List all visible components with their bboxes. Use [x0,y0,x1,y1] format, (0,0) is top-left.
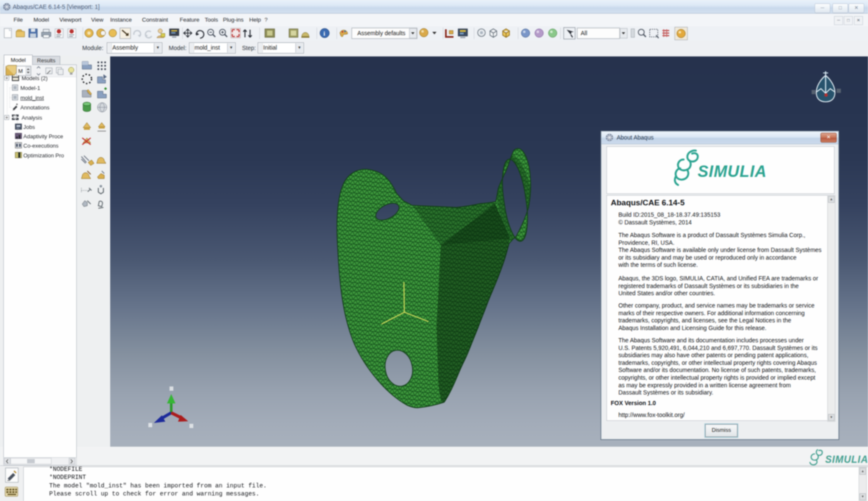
svg-text:All: All [581,30,587,36]
svg-text:M: M [18,68,23,74]
svg-text:i: i [323,30,325,37]
svg-text:Assembly defaults: Assembly defaults [357,30,406,36]
svg-text:SIMULIA: SIMULIA [698,162,767,180]
svg-text:SIMULIA: SIMULIA [825,454,868,465]
